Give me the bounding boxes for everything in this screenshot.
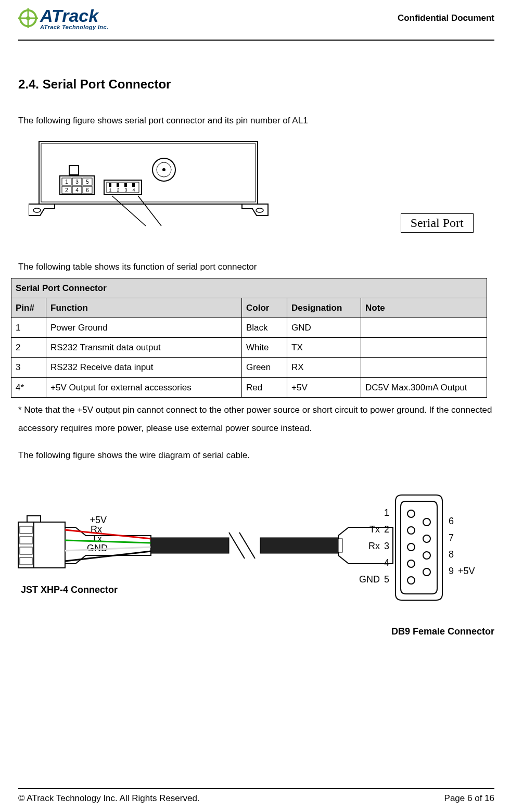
cell-color: Red <box>242 377 287 397</box>
jst-signal: Tx <box>92 534 102 544</box>
db9-pin: 8 <box>449 549 454 560</box>
svg-point-43 <box>407 543 415 551</box>
svg-rect-21 <box>132 183 135 187</box>
serial-port-callout: Serial Port <box>401 213 474 233</box>
table-header-row: Pin# Function Color Designation Note <box>11 298 487 318</box>
svg-rect-8 <box>69 166 79 175</box>
cell-color: White <box>242 338 287 358</box>
conn1-pin: 3 <box>75 179 79 185</box>
cell-pin: 3 <box>11 358 46 377</box>
conn1-pin: 2 <box>65 187 68 193</box>
conn1-pin: 4 <box>75 187 79 193</box>
table-title: Serial Port Connector <box>11 278 487 298</box>
table-row: 4* +5V Output for external accessories R… <box>11 377 487 397</box>
jst-signal: +5V <box>90 515 107 525</box>
svg-point-45 <box>407 577 415 584</box>
cell-color: Green <box>242 358 287 377</box>
figure1-intro: The following figure shows serial port c… <box>0 112 494 129</box>
table-intro: The following table shows its function o… <box>0 259 494 275</box>
svg-point-24 <box>162 168 165 171</box>
page-header: ATrack ATrack Technology Inc. Confidenti… <box>18 0 494 41</box>
cell-function: RS232 Transmit data output <box>46 338 242 358</box>
table-row: 2 RS232 Transmit data output White TX <box>11 338 487 358</box>
th-note: Note <box>361 298 487 318</box>
svg-rect-28 <box>34 522 65 568</box>
svg-rect-30 <box>20 537 32 544</box>
cell-pin: 4* <box>11 377 46 397</box>
svg-rect-29 <box>20 526 32 534</box>
db9-pin: 4 <box>384 557 389 568</box>
svg-rect-33 <box>27 516 41 522</box>
footer-page: Page 6 of 16 <box>444 793 494 804</box>
table-row: 3 RS232 Receive data input Green RX <box>11 358 487 377</box>
svg-point-6 <box>33 208 41 212</box>
cable-wiring-figure: +5V Rx Tx GND <box>0 470 494 637</box>
device-front-figure: 1 3 5 2 4 6 1 2 3 4 <box>29 138 494 233</box>
cell-designation: TX <box>287 338 361 358</box>
conn2-pin: 2 <box>117 187 119 193</box>
cell-pin: 2 <box>11 338 46 358</box>
db9-signal: +5V <box>458 566 475 576</box>
target-icon <box>18 8 38 28</box>
conn1-pin: 6 <box>86 187 89 193</box>
db9-signal: Tx <box>369 524 380 535</box>
cell-designation: +5V <box>287 377 361 397</box>
svg-rect-32 <box>20 557 32 565</box>
svg-rect-40 <box>338 539 342 552</box>
svg-point-42 <box>407 527 415 534</box>
th-function: Function <box>46 298 242 318</box>
conn2-pin: 3 <box>124 187 127 193</box>
cell-note: DC5V Max.300mA Output <box>361 377 487 397</box>
svg-rect-38 <box>151 538 229 553</box>
svg-point-41 <box>407 510 415 517</box>
conn1-pin: 5 <box>86 179 89 185</box>
table-title-row: Serial Port Connector <box>11 278 487 298</box>
db9-pin: 6 <box>449 516 454 526</box>
db9-pin: 7 <box>449 532 454 543</box>
page-footer: © ATrack Technology Inc. All Rights Rese… <box>18 788 494 804</box>
svg-point-47 <box>423 535 430 542</box>
svg-rect-39 <box>260 538 338 553</box>
db9-connector-label: DB9 Female Connector <box>391 626 494 637</box>
cell-function: RS232 Receive data input <box>46 358 242 377</box>
db9-pin: 2 <box>384 524 389 535</box>
footer-copyright: © ATrack Technology Inc. All Rights Rese… <box>18 793 200 804</box>
db9-pin: 3 <box>384 541 389 551</box>
logo-main-text: ATrack <box>40 7 108 24</box>
svg-point-48 <box>423 552 430 559</box>
cell-note <box>361 358 487 377</box>
logo-sub-text: ATrack Technology Inc. <box>40 24 108 30</box>
section-title: 2.4. Serial Port Connector <box>0 77 494 92</box>
svg-point-46 <box>423 518 430 526</box>
cell-note <box>361 338 487 358</box>
conn2-pin: 4 <box>132 187 135 193</box>
table-row: 1 Power Ground Black GND <box>11 318 487 337</box>
cell-color: Black <box>242 318 287 337</box>
svg-rect-31 <box>20 547 32 554</box>
db9-pin: 9 <box>449 566 454 576</box>
cell-designation: RX <box>287 358 361 377</box>
cell-function: +5V Output for external accessories <box>46 377 242 397</box>
svg-point-7 <box>256 208 263 212</box>
cell-note <box>361 318 487 337</box>
cell-function: Power Ground <box>46 318 242 337</box>
confidential-label: Confidential Document <box>398 13 494 23</box>
table-footnote: * Note that the +5V output pin cannot co… <box>0 401 494 438</box>
jst-signal: GND <box>87 543 108 553</box>
conn2-pin: 1 <box>109 187 111 193</box>
th-designation: Designation <box>287 298 361 318</box>
svg-point-49 <box>423 568 430 576</box>
figure2-intro: The following figure shows the wire diag… <box>0 447 494 464</box>
db9-signal: GND <box>359 574 380 585</box>
th-color: Color <box>242 298 287 318</box>
db9-signal: Rx <box>368 541 380 551</box>
svg-rect-19 <box>117 183 119 187</box>
svg-rect-20 <box>124 183 127 187</box>
svg-rect-18 <box>109 183 111 187</box>
th-pin: Pin# <box>11 298 46 318</box>
db9-pin: 5 <box>384 574 389 585</box>
cell-pin: 1 <box>11 318 46 337</box>
svg-point-44 <box>407 560 415 567</box>
db9-pin: 1 <box>384 508 389 518</box>
jst-connector-label: JST XHP-4 Connector <box>21 585 118 595</box>
